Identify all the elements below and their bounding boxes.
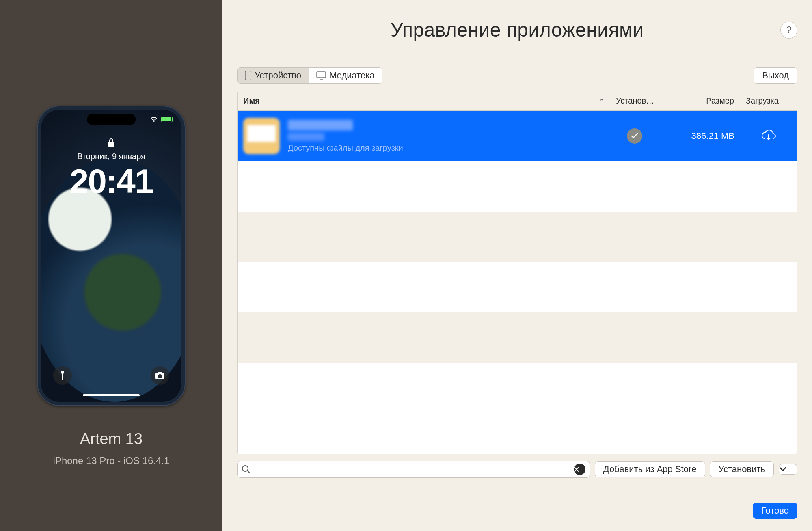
device-subtitle: iPhone 13 Pro - iOS 16.4.1	[53, 455, 170, 466]
sort-ascending-icon: ⌃	[594, 98, 604, 104]
apps-table: Имя ⌃ Установ… Размер Загрузка ████ ████	[237, 91, 797, 454]
app-text: ████ ████ Доступны файлы для загрузки	[288, 120, 403, 153]
app-icon	[243, 118, 280, 154]
col-size-label: Размер	[706, 96, 734, 106]
cell-download	[740, 111, 797, 161]
bottom-action-row: Добавить из App Store Установить	[237, 454, 797, 478]
lock-icon	[41, 138, 181, 147]
cell-name: ████ ████ Доступны файлы для загрузки	[238, 111, 610, 161]
table-row-empty	[238, 312, 797, 363]
battery-icon	[161, 117, 173, 122]
add-from-appstore-button[interactable]: Добавить из App Store	[595, 461, 705, 477]
col-size[interactable]: Размер	[659, 91, 740, 110]
table-row-empty	[238, 161, 797, 212]
tab-device[interactable]: Устройство	[238, 68, 309, 83]
device-sidebar: Вторник, 9 января 20:41 Artem 13 iPhone …	[0, 0, 222, 531]
chevron-down-icon	[779, 467, 797, 472]
col-installed-label: Установ…	[616, 96, 654, 106]
logout-button[interactable]: Выход	[754, 67, 797, 84]
col-download-label: Загрузка	[746, 96, 779, 106]
installed-check-icon	[627, 128, 642, 144]
device-name: Artem 13	[80, 430, 143, 448]
svg-point-1	[248, 78, 248, 79]
svg-rect-2	[317, 72, 326, 78]
svg-point-3	[242, 466, 248, 471]
clear-search-button[interactable]	[574, 464, 585, 475]
tab-device-label: Устройство	[255, 70, 301, 81]
table-row-empty	[238, 363, 797, 413]
cell-installed	[610, 111, 659, 161]
footer-row: Готово	[237, 488, 797, 519]
search-input[interactable]	[255, 465, 570, 474]
done-button[interactable]: Готово	[753, 503, 797, 519]
device-preview: Вторник, 9 января 20:41	[37, 106, 186, 406]
table-body: ████ ████ Доступны файлы для загрузки 38…	[238, 111, 797, 454]
table-row[interactable]: ████ ████ Доступны файлы для загрузки 38…	[238, 111, 797, 161]
install-menu-button[interactable]	[779, 464, 797, 475]
tab-library[interactable]: Медиатека	[309, 68, 382, 83]
flashlight-shortcut	[53, 366, 72, 385]
cloud-download-icon[interactable]	[760, 130, 777, 142]
table-row-empty	[238, 212, 797, 262]
camera-shortcut	[151, 366, 169, 385]
table-header: Имя ⌃ Установ… Размер Загрузка	[238, 91, 797, 111]
page-title: Управление приложениями	[391, 19, 644, 41]
device-screen: Вторник, 9 января 20:41	[41, 110, 181, 402]
col-download[interactable]: Загрузка	[740, 91, 797, 110]
home-indicator	[83, 394, 140, 396]
phone-icon	[245, 71, 251, 80]
title-row: Управление приложениями ?	[237, 0, 797, 60]
notch	[87, 114, 136, 125]
search-box[interactable]	[237, 461, 590, 478]
install-button[interactable]: Установить	[710, 461, 774, 477]
app-name: ████	[288, 120, 353, 130]
main-panel: Управление приложениями ? Устройство Мед…	[222, 0, 812, 531]
col-name-label: Имя	[243, 96, 260, 106]
lockscreen-date: Вторник, 9 января	[41, 152, 181, 161]
status-bar	[150, 116, 173, 123]
monitor-icon	[316, 71, 326, 80]
col-installed[interactable]: Установ…	[610, 91, 659, 110]
cell-size: 386.21 MB	[659, 111, 740, 161]
tab-library-label: Медиатека	[329, 70, 375, 81]
app-version: ████	[288, 133, 324, 141]
toolbar: Устройство Медиатека Выход	[237, 60, 797, 91]
lockscreen-time: 20:41	[41, 162, 181, 201]
wifi-icon	[150, 116, 158, 123]
view-segmented-control: Устройство Медиатека	[237, 67, 382, 84]
table-row-empty	[238, 262, 797, 312]
help-button[interactable]: ?	[780, 22, 797, 39]
col-name[interactable]: Имя ⌃	[238, 91, 610, 110]
app-note: Доступны файлы для загрузки	[288, 143, 403, 153]
search-icon	[242, 465, 251, 474]
